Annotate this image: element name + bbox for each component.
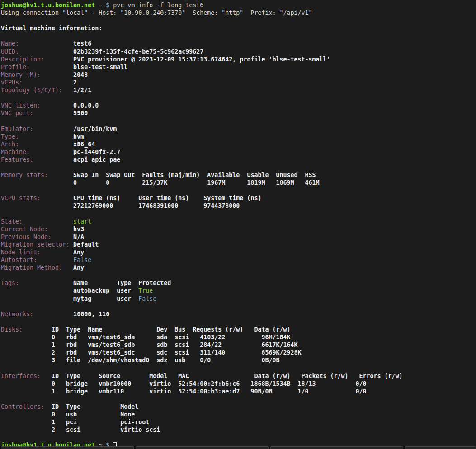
field-value: 2 <box>23 79 77 86</box>
terminal-line: Current Node: hv3 <box>1 225 476 233</box>
terminal-line: Migration selector: Default <box>1 241 476 248</box>
taskbar-tab-edge[interactable] <box>1 446 134 449</box>
terminal-line: Name: test6 <box>1 40 476 47</box>
field-value: /usr/bin/kvm <box>33 126 117 132</box>
table-header: Name Type Protected <box>19 280 171 286</box>
terminal-line: vCPUs: 2 <box>1 79 476 86</box>
field-value: test6 <box>19 40 91 47</box>
field-label: Emulator: <box>1 126 33 132</box>
terminal-line: Migration Method: Any <box>1 264 476 271</box>
taskbar-tab-edge[interactable] <box>270 446 403 449</box>
field-value: blse-test-small <box>30 64 127 70</box>
table-header: ID Type Name Dev Bus Requests (r/w) Data… <box>23 326 290 333</box>
terminal-line: State: start <box>1 218 476 225</box>
field-value: 0.0.0.0 <box>41 102 99 109</box>
field-value: hvm <box>19 133 84 140</box>
field-value: 0 rbd vms/test6_sda sda scsi 4103/22 96M… <box>1 334 290 341</box>
terminal-line <box>1 94 476 102</box>
terminal-text: ~ <box>95 2 106 9</box>
field-value: 2 scsi virtio-scsi <box>1 426 160 433</box>
field-value: PVC provisioner @ 2023-12-09 15:37:13.67… <box>44 56 330 63</box>
terminal-line: mytag user False <box>1 295 476 303</box>
taskbar-tab-edge[interactable] <box>405 446 476 449</box>
field-value: 5900 <box>33 110 88 117</box>
field-value: Default <box>70 241 99 248</box>
terminal-line <box>1 434 476 441</box>
terminal-line: 1 rbd vms/test6_sdb sdb scsi 284/22 6617… <box>1 341 476 349</box>
field-label: Migration selector: <box>1 241 70 248</box>
field-value: 1 bridge vmbr110 virtio 52:54:00:b3:ae:d… <box>1 388 367 395</box>
field-label: Topology (S/C/T): <box>1 87 62 94</box>
terminal-line: Type: hvm <box>1 133 476 140</box>
field-value: autobackup user <box>1 287 138 294</box>
terminal-line: Previous Node: N/A <box>1 233 476 241</box>
terminal-line: Disks: ID Type Name Dev Bus Requests (r/… <box>1 326 476 333</box>
table-header: CPU time (ns) User time (ns) System time… <box>41 195 261 201</box>
taskbar-strip <box>0 446 476 449</box>
terminal-line: VNC port: 5900 <box>1 109 476 117</box>
field-label: Disks: <box>1 326 23 333</box>
field-value: N/A <box>52 234 84 240</box>
terminal-line <box>1 210 476 218</box>
field-value: 0 bridge vmbr10000 virtio 52:54:00:2f:b6… <box>1 380 367 387</box>
field-label: vCPU stats: <box>1 195 41 201</box>
field-value: 3 file /dev/shm/vhostmd0 sdz usb 0/0 0B/… <box>1 357 279 364</box>
terminal-line: autobackup user True <box>1 287 476 295</box>
terminal-line <box>1 395 476 403</box>
table-header: ID Type Model <box>44 403 138 410</box>
terminal-text: Using connection "local" - Host: "10.90.… <box>1 9 312 16</box>
field-label: Autostart: <box>1 257 37 263</box>
terminal-line: Networks: 10000, 110 <box>1 310 476 318</box>
field-label: Memory (M): <box>1 71 41 78</box>
terminal-line <box>1 364 476 372</box>
terminal-line: 3 file /dev/shm/vhostmd0 sdz usb 0/0 0B/… <box>1 356 476 364</box>
taskbar-tab-edge[interactable] <box>136 446 269 449</box>
field-value: 0 0 215/37K 1967M 1819M 1869M 461M <box>1 179 319 186</box>
terminal-line: Memory stats: Swap In Swap Out Faults (m… <box>1 171 476 179</box>
terminal-line: Controllers: ID Type Model <box>1 403 476 411</box>
field-value: 1 rbd vms/test6_sdb sdb scsi 284/22 6617… <box>1 341 297 348</box>
field-value: 0 usb None <box>1 411 135 418</box>
field-value: 27212769000 17468391000 9744378000 <box>1 202 240 209</box>
terminal-line: Features: acpi apic pae <box>1 156 476 164</box>
field-label: Tags: <box>1 280 19 286</box>
field-value: 10000, 110 <box>33 311 109 318</box>
terminal-line: 27212769000 17468391000 9744378000 <box>1 202 476 210</box>
field-label: VNC listen: <box>1 102 41 109</box>
terminal-line: 1 bridge vmbr110 virtio 52:54:00:b3:ae:d… <box>1 388 476 395</box>
terminal-line: Node limit: Any <box>1 248 476 256</box>
field-label: UUID: <box>1 48 19 55</box>
terminal-text: pvc vm info -f long test6 <box>109 2 203 9</box>
field-label: Features: <box>1 156 33 163</box>
terminal-output: joshua@hv1.t.u.bonilan.net ~ $ pvc vm in… <box>0 0 476 449</box>
field-label: Migration Method: <box>1 264 62 271</box>
field-label: Interfaces: <box>1 373 41 379</box>
terminal-line: 0 0 215/37K 1967M 1819M 1869M 461M <box>1 179 476 187</box>
status-value: True <box>138 287 153 294</box>
field-value: Any <box>41 249 84 256</box>
terminal-line: UUID: 02b3239f-135f-4cfe-be75-5c962ac996… <box>1 48 476 56</box>
terminal-line: VNC listen: 0.0.0.0 <box>1 102 476 109</box>
table-header: Swap In Swap Out Faults (maj/min) Availa… <box>48 172 316 178</box>
terminal-line: Emulator: /usr/bin/kvm <box>1 125 476 133</box>
table-header: ID Type Source Model MAC Data (r/w) Pack… <box>41 373 403 379</box>
field-value: hv3 <box>48 226 84 233</box>
field-value: 02b3239f-135f-4cfe-be75-5c962ac99627 <box>19 48 203 55</box>
terminal-line: Arch: x86_64 <box>1 140 476 148</box>
terminal-line <box>1 318 476 326</box>
field-label: Controllers: <box>1 403 44 410</box>
field-label: vCPUs: <box>1 79 23 86</box>
terminal-line: Topology (S/C/T): 1/2/1 <box>1 86 476 94</box>
terminal-line <box>1 117 476 125</box>
terminal-line <box>1 271 476 279</box>
field-value: 1 pci pci-root <box>1 419 149 426</box>
terminal-line: joshua@hv1.t.u.bonilan.net ~ $ pvc vm in… <box>1 1 476 9</box>
status-value: start <box>23 218 91 225</box>
field-label: Networks: <box>1 311 33 318</box>
terminal-line: vCPU stats: CPU time (ns) User time (ns)… <box>1 194 476 202</box>
field-label: Machine: <box>1 149 30 155</box>
terminal-window[interactable]: joshua@hv1.t.u.bonilan.net ~ $ pvc vm in… <box>0 0 476 449</box>
boolean-value: False <box>37 257 91 263</box>
field-value: mytag user <box>1 295 138 302</box>
terminal-line: 0 rbd vms/test6_sda sda scsi 4103/22 96M… <box>1 333 476 341</box>
